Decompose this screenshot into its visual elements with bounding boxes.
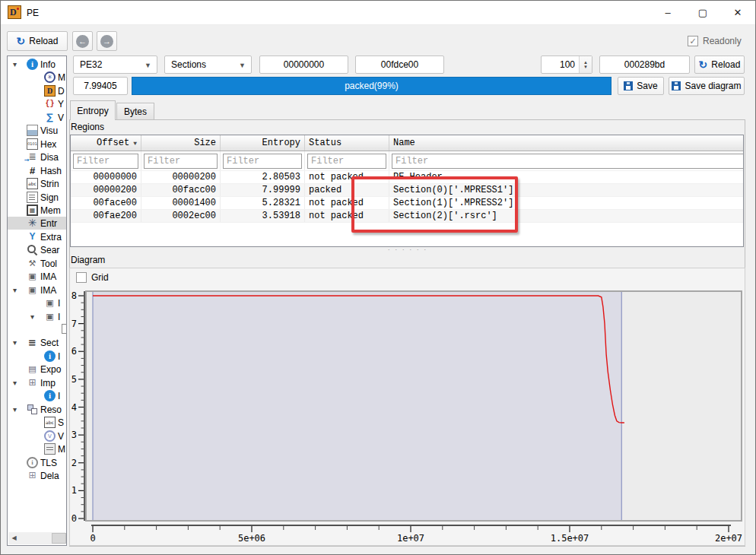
sidebar-item-m[interactable]: M <box>8 442 67 455</box>
spinner-buttons[interactable]: ▲ ▼ <box>579 56 592 73</box>
scroll-left-icon[interactable]: ◀ <box>8 532 20 544</box>
column-header-status[interactable]: Status <box>305 135 389 151</box>
sidebar-item-d[interactable]: D <box>8 84 67 97</box>
window-count-spinner[interactable]: ▲ ▼ <box>541 56 592 74</box>
column-header-offset[interactable]: Offset▼ <box>71 135 141 151</box>
format-select[interactable]: PE32 ▼ <box>73 56 157 74</box>
filter-input-status[interactable] <box>307 154 386 169</box>
save-icon <box>624 81 633 90</box>
column-header-size[interactable]: Size <box>141 135 221 151</box>
expander-arrow-icon[interactable] <box>13 284 22 297</box>
sidebar-item-m[interactable]: M <box>8 71 67 84</box>
size-field[interactable] <box>355 56 444 74</box>
title-bar: PE – ▢ ✕ <box>1 1 755 25</box>
sidebar-item-label: Imp <box>40 377 56 389</box>
sidebar-item-sear[interactable]: Sear <box>8 243 67 256</box>
sidebar-item-i[interactable]: I <box>8 350 67 363</box>
sidebar-item-dela[interactable]: Dela <box>8 469 67 482</box>
sidebar-item-info[interactable]: Info <box>8 58 67 71</box>
maximize-button[interactable]: ▢ <box>685 1 720 24</box>
sidebar-item-i[interactable]: I <box>8 310 67 323</box>
filter-input-entropy[interactable] <box>223 154 302 169</box>
sidebar-item-expo[interactable]: Expo <box>8 363 67 376</box>
sidebar-item-v[interactable]: V <box>8 430 67 442</box>
reload-button[interactable]: Reload <box>7 31 68 51</box>
expander-arrow-icon[interactable] <box>13 404 22 416</box>
offset-field[interactable] <box>259 56 348 74</box>
sidebar-item-mem[interactable]: Mem <box>8 204 67 217</box>
cell-offset: 00face00 <box>71 197 141 210</box>
grid-checkbox[interactable]: Grid <box>76 272 109 283</box>
expander-arrow-icon[interactable] <box>30 311 40 323</box>
cell-size: 0002ec00 <box>141 210 221 223</box>
svg-text:1: 1 <box>71 485 77 496</box>
sidebar-item-imp[interactable]: Imp <box>8 376 67 389</box>
close-button[interactable]: ✕ <box>720 1 755 24</box>
sidebar-item-y[interactable]: Y <box>8 97 67 110</box>
extractor-icon <box>27 231 38 243</box>
sidebar-item-label: Entr <box>40 217 57 230</box>
forward-button[interactable]: → <box>97 31 117 51</box>
app-window: PE – ▢ ✕ Reload ← → ✓ Readonly PE32 ▼ Se… <box>0 0 756 555</box>
sidebar-item-label: Sear <box>40 244 59 256</box>
save-diagram-button[interactable]: Save diagram <box>669 77 745 95</box>
total-entropy-field[interactable] <box>73 77 128 95</box>
sidebar-item-i[interactable]: I <box>8 297 67 309</box>
tab-entropy[interactable]: Entropy <box>70 100 116 120</box>
sidebar-item-sign[interactable]: Sign <box>8 191 67 204</box>
sidebar-item-sect[interactable]: Sect <box>8 336 67 349</box>
readonly-checkbox[interactable]: ✓ Readonly <box>688 36 742 46</box>
sidebar-item-v[interactable]: V <box>8 111 67 124</box>
filter-input-offset[interactable] <box>73 154 138 169</box>
sidebar-item-label: I <box>58 390 60 402</box>
scrollbar-track[interactable] <box>20 532 54 544</box>
expander-arrow-icon[interactable] <box>13 377 22 389</box>
sidebar-item-label: M <box>58 71 65 84</box>
sidebar-item-reso[interactable]: Reso <box>8 403 67 416</box>
column-header-entropy[interactable]: Entropy <box>221 135 305 151</box>
sidebar-item-i[interactable]: I <box>8 389 67 402</box>
cell-size: 00001400 <box>141 197 221 210</box>
sidebar-horizontal-scrollbar[interactable]: ◀ ▶ <box>8 532 65 544</box>
save-button[interactable]: Save <box>618 77 664 95</box>
column-header-name[interactable]: Name <box>389 135 745 151</box>
checksum-field[interactable] <box>599 56 690 74</box>
filter-input-size[interactable] <box>144 154 218 169</box>
scrollbar-thumb[interactable] <box>52 533 66 544</box>
expander-arrow-icon[interactable] <box>13 337 22 349</box>
reload-entropy-button[interactable]: Reload <box>694 56 745 74</box>
sidebar-item-doc[interactable] <box>8 323 67 336</box>
sidebar-item-label: Tool <box>40 258 57 270</box>
svg-text:7: 7 <box>71 319 77 329</box>
sidebar-item-label: Visu <box>40 125 58 137</box>
sidebar-item-ima[interactable]: IMA <box>8 284 67 297</box>
tab-bytes[interactable]: Bytes <box>116 103 154 120</box>
filter-input-name[interactable] <box>392 154 744 169</box>
splitter-handle[interactable]: · · · · · · <box>385 246 430 253</box>
sidebar-item-s[interactable]: S <box>8 416 67 429</box>
sidebar-item-extra[interactable]: Extra <box>8 230 67 243</box>
svg-text:0: 0 <box>71 513 77 524</box>
tls-icon <box>27 457 38 468</box>
sidebar-item-hex[interactable]: Hex <box>8 138 67 151</box>
sidebar-item-tls[interactable]: TLS <box>8 456 67 469</box>
sidebar-item-hash[interactable]: Hash <box>8 164 67 177</box>
spin-down-icon[interactable]: ▼ <box>583 65 588 69</box>
cell-offset: 00000000 <box>71 171 141 184</box>
expander-arrow-icon[interactable] <box>13 59 22 71</box>
die-icon <box>44 85 56 97</box>
view-select[interactable]: Sections ▼ <box>164 56 252 74</box>
sidebar-item-disa[interactable]: Disa <box>8 151 67 163</box>
sidebar-item-strin[interactable]: Strin <box>8 177 67 190</box>
hex-icon <box>27 138 38 150</box>
sidebar-item-tool[interactable]: Tool <box>8 257 67 270</box>
cell-size: 00facc00 <box>141 184 221 197</box>
svg-text:8: 8 <box>71 290 77 301</box>
sidebar-item-visu[interactable]: Visu <box>8 124 67 137</box>
sidebar-item-entr[interactable]: Entr <box>8 217 66 230</box>
svg-text:1.5e+07: 1.5e+07 <box>551 533 589 544</box>
cell-entropy: 7.99999 <box>221 184 305 197</box>
sidebar-item-ima[interactable]: IMA <box>8 270 67 283</box>
minimize-button[interactable]: – <box>650 1 685 24</box>
back-button[interactable]: ← <box>72 31 93 51</box>
